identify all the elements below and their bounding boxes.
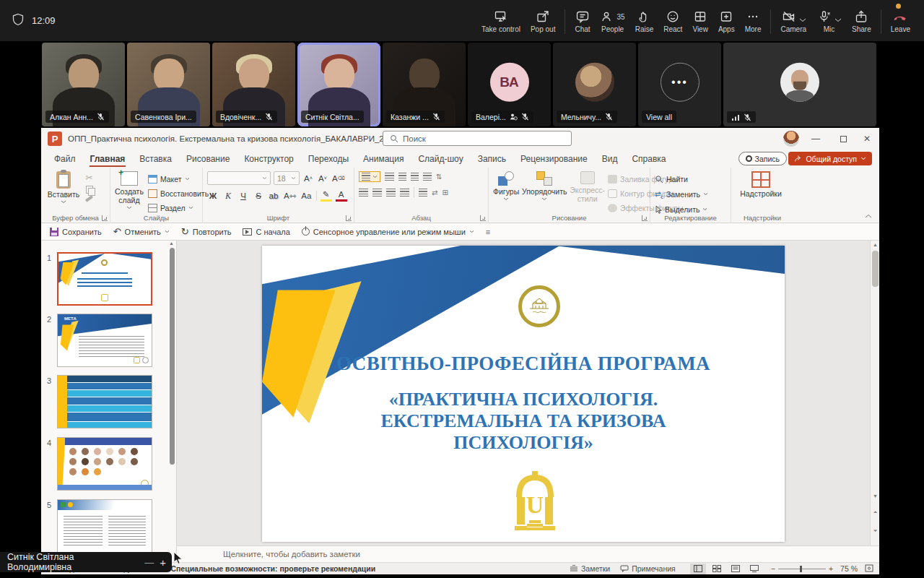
- tab-file[interactable]: Файл: [47, 150, 83, 168]
- shapes-button[interactable]: Фигуры: [493, 171, 519, 215]
- tab-transitions[interactable]: Переходы: [301, 150, 356, 168]
- text-shadow-button[interactable]: ab: [268, 189, 279, 202]
- scrollbar-thumb[interactable]: [872, 251, 879, 287]
- canvas-scrollbar[interactable]: ▲ ▼ ⏶ ⏷: [870, 241, 879, 545]
- previous-slide-icon[interactable]: ⏶: [873, 509, 879, 515]
- reset-button[interactable]: Восстановить: [148, 187, 209, 200]
- clear-formatting-icon[interactable]: А⌫: [331, 172, 346, 184]
- comments-toggle[interactable]: Примечания: [620, 564, 676, 573]
- fit-slide-icon[interactable]: [865, 564, 873, 574]
- align-center-icon[interactable]: [372, 189, 382, 197]
- account-avatar[interactable]: [783, 131, 799, 147]
- slide-thumbnail[interactable]: [57, 437, 152, 491]
- font-name-combo[interactable]: [207, 171, 271, 185]
- current-slide[interactable]: ОСВІТНЬО-ПРОФЕСІЙНА ПРОГРАМА «ПРАКТИЧНА …: [262, 246, 785, 542]
- bullet-list-button[interactable]: [359, 171, 380, 182]
- raise-hand-button[interactable]: Raise: [630, 5, 659, 36]
- text-direction-icon[interactable]: ⇄: [432, 189, 437, 197]
- apps-button[interactable]: Apps: [713, 5, 740, 36]
- numbered-list-icon[interactable]: [385, 173, 394, 181]
- participant-tile[interactable]: ВА Валері...: [468, 43, 551, 126]
- pop-out-button[interactable]: Pop out: [526, 5, 560, 36]
- participant-tile[interactable]: [723, 43, 876, 126]
- share-document-button[interactable]: Общий доступ: [788, 152, 872, 165]
- panel-scroll-up-icon[interactable]: ▲: [169, 241, 174, 246]
- tab-help[interactable]: Справка: [624, 150, 673, 168]
- tab-draw[interactable]: Рисование: [179, 150, 237, 168]
- participant-tile[interactable]: Казанжи ...: [383, 43, 466, 126]
- more-button[interactable]: More: [740, 5, 767, 36]
- participant-tile-active-speaker[interactable]: Ситнік Світла...: [297, 43, 380, 126]
- font-color-button[interactable]: А: [336, 189, 347, 202]
- take-control-button[interactable]: Take control: [476, 5, 526, 36]
- highlight-pen-icon[interactable]: ✎: [321, 189, 332, 202]
- redo-button[interactable]: ↻ Повторить: [181, 226, 232, 237]
- zoom-in-button[interactable]: +: [829, 564, 833, 573]
- section-button[interactable]: Раздел: [148, 202, 193, 215]
- font-size-combo[interactable]: 18: [274, 171, 300, 185]
- columns-icon[interactable]: [419, 189, 427, 197]
- tab-insert[interactable]: Вставка: [132, 150, 179, 168]
- bold-button[interactable]: Ж: [207, 189, 219, 202]
- tab-animations[interactable]: Анимация: [356, 150, 411, 168]
- react-button[interactable]: React: [658, 5, 687, 36]
- italic-button[interactable]: К: [222, 189, 234, 202]
- layout-button[interactable]: Макет: [148, 173, 190, 186]
- participant-tile[interactable]: Савенкова Іри...: [127, 43, 210, 126]
- decrease-font-icon[interactable]: А˅: [317, 172, 328, 184]
- cut-icon[interactable]: ✂: [85, 173, 92, 182]
- tab-design[interactable]: Конструктор: [237, 150, 300, 168]
- find-button[interactable]: Найти: [655, 173, 688, 186]
- slide-thumbnail[interactable]: МЕТА: [57, 314, 152, 367]
- record-button[interactable]: Запись: [738, 152, 787, 165]
- arrange-button[interactable]: Упорядочить: [522, 171, 567, 215]
- presenter-name-overlay[interactable]: Ситнік Світлана Володимирівна — +: [0, 552, 172, 572]
- underline-button[interactable]: Ч: [237, 189, 249, 202]
- notes-toggle[interactable]: Заметки: [570, 564, 610, 573]
- copy-icon[interactable]: [86, 186, 93, 194]
- participant-tile[interactable]: Мельничу...: [553, 43, 636, 126]
- overlay-collapse-icon[interactable]: —: [144, 557, 154, 568]
- collapse-ribbon-chevron-icon[interactable]: [865, 214, 872, 218]
- slide-sorter-view-button[interactable]: [709, 564, 725, 574]
- close-button[interactable]: ✕: [855, 128, 879, 150]
- align-left-icon[interactable]: [359, 189, 368, 197]
- indent-increase-icon[interactable]: [411, 173, 419, 181]
- smartart-convert-icon[interactable]: ⊞: [442, 189, 448, 197]
- scroll-up-icon[interactable]: ▲: [873, 242, 879, 248]
- tab-slideshow[interactable]: Слайд-шоу: [411, 150, 470, 168]
- zoom-out-button[interactable]: −: [771, 564, 775, 573]
- scroll-down-icon[interactable]: ▼: [873, 493, 879, 499]
- share-button[interactable]: Share: [847, 5, 876, 36]
- slide-thumbnail[interactable]: [57, 375, 152, 428]
- tab-record[interactable]: Запись: [471, 150, 513, 168]
- indent-decrease-icon[interactable]: [398, 173, 406, 181]
- people-button[interactable]: 35 People: [596, 5, 630, 36]
- drawing-dialog-launcher[interactable]: [642, 215, 648, 221]
- save-button[interactable]: Сохранить: [50, 228, 102, 236]
- tab-home[interactable]: Главная: [83, 150, 133, 168]
- paragraph-dialog-launcher[interactable]: [480, 215, 486, 221]
- clipboard-dialog-launcher[interactable]: [102, 215, 108, 221]
- search-box[interactable]: Поиск: [383, 131, 572, 146]
- from-beginning-button[interactable]: С начала: [243, 228, 289, 236]
- camera-chevron-icon[interactable]: [799, 16, 806, 24]
- slide-thumbnail[interactable]: [57, 499, 152, 553]
- slide-thumbnail-selected[interactable]: [57, 252, 152, 306]
- mic-button[interactable]: Mic: [811, 5, 847, 36]
- camera-button[interactable]: Camera: [775, 5, 811, 36]
- reading-view-button[interactable]: [728, 564, 744, 574]
- minimize-button[interactable]: —: [803, 128, 828, 150]
- paste-button[interactable]: Вставить: [45, 171, 82, 204]
- character-spacing-button[interactable]: А⇿: [283, 189, 297, 202]
- new-slide-button[interactable]: + Создать слайд: [115, 171, 144, 215]
- tab-view[interactable]: Вид: [595, 150, 625, 168]
- accessibility-status[interactable]: Специальные возможности: проверьте реком…: [170, 564, 375, 573]
- undo-button[interactable]: ↶ Отменить: [113, 226, 170, 237]
- format-painter-icon[interactable]: [85, 195, 93, 202]
- change-case-button[interactable]: Аа: [300, 189, 312, 202]
- quick-styles-button[interactable]: Экспресс-стили: [570, 171, 605, 215]
- zoom-slider-thumb[interactable]: [800, 566, 802, 572]
- chat-button[interactable]: Chat: [570, 5, 595, 36]
- tab-review[interactable]: Рецензирование: [513, 150, 595, 168]
